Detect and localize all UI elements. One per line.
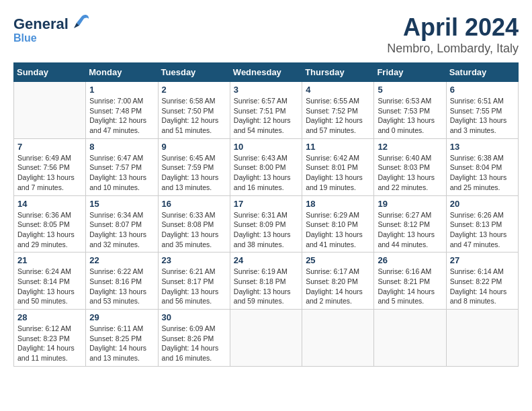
day-cell: 29Sunrise: 6:11 AMSunset: 8:25 PMDayligh… [86,310,158,367]
day-cell: 26Sunrise: 6:16 AMSunset: 8:21 PMDayligh… [374,253,446,310]
day-cell: 3Sunrise: 6:57 AMSunset: 7:51 PMDaylight… [230,82,302,139]
day-cell [446,310,518,367]
day-info: Sunrise: 6:31 AMSunset: 8:09 PMDaylight:… [234,210,298,250]
day-number: 9 [162,142,226,152]
page-subtitle: Nembro, Lombardy, Italy [387,42,519,56]
day-number: 19 [378,199,442,209]
day-number: 11 [306,142,370,152]
day-info: Sunrise: 6:57 AMSunset: 7:51 PMDaylight:… [234,96,298,136]
day-cell: 28Sunrise: 6:12 AMSunset: 8:23 PMDayligh… [14,310,86,367]
day-info: Sunrise: 6:33 AMSunset: 8:08 PMDaylight:… [162,210,226,250]
day-info: Sunrise: 6:40 AMSunset: 8:03 PMDaylight:… [378,153,442,193]
week-row-3: 21Sunrise: 6:24 AMSunset: 8:14 PMDayligh… [14,253,519,310]
day-number: 30 [162,312,226,322]
day-cell: 10Sunrise: 6:43 AMSunset: 8:00 PMDayligh… [230,138,302,195]
day-info: Sunrise: 6:21 AMSunset: 8:17 PMDaylight:… [162,267,226,306]
day-cell: 22Sunrise: 6:22 AMSunset: 8:16 PMDayligh… [86,253,158,310]
day-cell: 13Sunrise: 6:38 AMSunset: 8:04 PMDayligh… [446,138,518,195]
day-number: 1 [89,85,154,95]
day-info: Sunrise: 6:55 AMSunset: 7:52 PMDaylight:… [306,96,370,136]
day-info: Sunrise: 6:12 AMSunset: 8:23 PMDaylight:… [17,324,82,363]
day-cell: 20Sunrise: 6:26 AMSunset: 8:13 PMDayligh… [446,195,518,253]
day-number: 21 [17,255,82,265]
day-info: Sunrise: 6:53 AMSunset: 7:53 PMDaylight:… [378,96,442,136]
day-cell: 8Sunrise: 6:47 AMSunset: 7:57 PMDaylight… [86,138,158,195]
day-cell: 6Sunrise: 6:51 AMSunset: 7:55 PMDaylight… [446,82,518,139]
logo-general: General [13,15,69,33]
week-row-1: 7Sunrise: 6:49 AMSunset: 7:56 PMDaylight… [14,138,519,195]
day-cell [302,310,374,367]
day-number: 2 [162,85,226,95]
col-monday: Monday [86,63,158,82]
day-cell: 16Sunrise: 6:33 AMSunset: 8:08 PMDayligh… [158,195,230,253]
day-info: Sunrise: 6:24 AMSunset: 8:14 PMDaylight:… [17,267,82,306]
day-cell: 19Sunrise: 6:27 AMSunset: 8:12 PMDayligh… [374,195,446,253]
col-saturday: Saturday [446,63,518,82]
day-number: 17 [234,199,298,209]
week-row-0: 1Sunrise: 7:00 AMSunset: 7:48 PMDaylight… [14,82,519,139]
day-info: Sunrise: 6:26 AMSunset: 8:13 PMDaylight:… [450,210,515,250]
day-number: 25 [306,255,370,265]
day-number: 29 [89,312,154,322]
day-cell [374,310,446,367]
day-info: Sunrise: 6:58 AMSunset: 7:50 PMDaylight:… [162,96,226,136]
day-cell: 7Sunrise: 6:49 AMSunset: 7:56 PMDaylight… [14,138,86,195]
day-number: 15 [89,199,154,209]
day-cell: 11Sunrise: 6:42 AMSunset: 8:01 PMDayligh… [302,138,374,195]
day-cell: 9Sunrise: 6:45 AMSunset: 7:59 PMDaylight… [158,138,230,195]
day-info: Sunrise: 6:09 AMSunset: 8:26 PMDaylight:… [162,324,226,363]
day-info: Sunrise: 6:45 AMSunset: 7:59 PMDaylight:… [162,153,226,193]
day-info: Sunrise: 6:43 AMSunset: 8:00 PMDaylight:… [234,153,298,193]
day-number: 5 [378,85,442,95]
day-number: 14 [17,199,82,209]
col-thursday: Thursday [302,63,374,82]
day-number: 4 [306,85,370,95]
day-cell: 17Sunrise: 6:31 AMSunset: 8:09 PMDayligh… [230,195,302,253]
day-number: 16 [162,199,226,209]
col-sunday: Sunday [14,63,86,82]
day-cell: 14Sunrise: 6:36 AMSunset: 8:05 PMDayligh… [14,195,86,253]
day-number: 3 [234,85,298,95]
day-cell: 21Sunrise: 6:24 AMSunset: 8:14 PMDayligh… [14,253,86,310]
day-info: Sunrise: 6:34 AMSunset: 8:07 PMDaylight:… [89,210,154,250]
day-number: 6 [450,85,515,95]
week-row-4: 28Sunrise: 6:12 AMSunset: 8:23 PMDayligh… [14,310,519,367]
day-number: 23 [162,255,226,265]
calendar-table: Sunday Monday Tuesday Wednesday Thursday… [13,62,519,367]
day-info: Sunrise: 6:14 AMSunset: 8:22 PMDaylight:… [450,267,515,306]
day-number: 7 [17,142,82,152]
day-info: Sunrise: 6:29 AMSunset: 8:10 PMDaylight:… [306,210,370,250]
day-cell: 27Sunrise: 6:14 AMSunset: 8:22 PMDayligh… [446,253,518,310]
header: General Blue April 2024 Nembro, Lombardy… [13,13,519,56]
day-info: Sunrise: 6:49 AMSunset: 7:56 PMDaylight:… [17,153,82,193]
day-cell: 4Sunrise: 6:55 AMSunset: 7:52 PMDaylight… [302,82,374,139]
day-number: 8 [89,142,154,152]
day-info: Sunrise: 6:42 AMSunset: 8:01 PMDaylight:… [306,153,370,193]
day-info: Sunrise: 7:00 AMSunset: 7:48 PMDaylight:… [89,96,154,136]
day-cell [14,82,86,139]
day-info: Sunrise: 6:11 AMSunset: 8:25 PMDaylight:… [89,324,154,363]
week-row-2: 14Sunrise: 6:36 AMSunset: 8:05 PMDayligh… [14,195,519,253]
day-cell: 24Sunrise: 6:19 AMSunset: 8:18 PMDayligh… [230,253,302,310]
day-number: 27 [450,255,515,265]
day-cell: 15Sunrise: 6:34 AMSunset: 8:07 PMDayligh… [86,195,158,253]
day-cell: 1Sunrise: 7:00 AMSunset: 7:48 PMDaylight… [86,82,158,139]
header-row: Sunday Monday Tuesday Wednesday Thursday… [14,63,519,82]
col-friday: Friday [374,63,446,82]
day-cell: 2Sunrise: 6:58 AMSunset: 7:50 PMDaylight… [158,82,230,139]
title-section: April 2024 Nembro, Lombardy, Italy [387,13,519,56]
logo-bird-icon [70,13,90,35]
day-number: 28 [17,312,82,322]
day-info: Sunrise: 6:27 AMSunset: 8:12 PMDaylight:… [378,210,442,250]
page-title: April 2024 [387,13,519,42]
day-info: Sunrise: 6:16 AMSunset: 8:21 PMDaylight:… [378,267,442,306]
day-number: 26 [378,255,442,265]
col-tuesday: Tuesday [158,63,230,82]
day-cell: 5Sunrise: 6:53 AMSunset: 7:53 PMDaylight… [374,82,446,139]
day-number: 13 [450,142,515,152]
day-cell: 30Sunrise: 6:09 AMSunset: 8:26 PMDayligh… [158,310,230,367]
day-info: Sunrise: 6:22 AMSunset: 8:16 PMDaylight:… [89,267,154,306]
day-number: 20 [450,199,515,209]
day-info: Sunrise: 6:36 AMSunset: 8:05 PMDaylight:… [17,210,82,250]
day-cell: 12Sunrise: 6:40 AMSunset: 8:03 PMDayligh… [374,138,446,195]
